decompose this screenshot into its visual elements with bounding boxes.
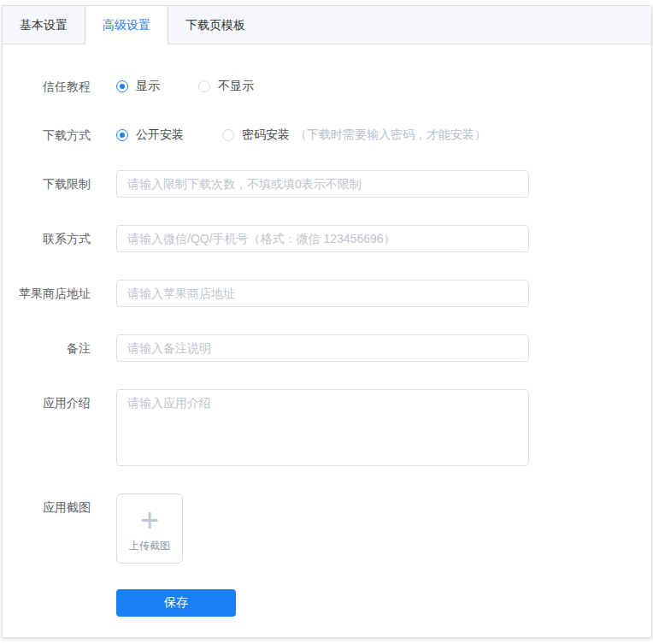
- tab-advanced-settings[interactable]: 高级设置: [85, 6, 168, 44]
- password-install-note: （下载时需要输入密码，才能安装）: [295, 127, 486, 143]
- form-item-app-screenshot: 应用截图 + 上传截图: [3, 493, 651, 564]
- radio-selected-icon: [116, 129, 128, 141]
- radio-public-install[interactable]: 公开安装: [116, 127, 184, 143]
- form-item-trust-tutorial: 信任教程 显示 不显示: [3, 73, 651, 100]
- appstore-url-label: 苹果商店地址: [3, 280, 91, 307]
- radio-show-label: 显示: [136, 79, 160, 94]
- radio-password-install-label: 密码安装: [242, 127, 290, 143]
- download-limit-label: 下载限制: [3, 170, 91, 198]
- contact-input[interactable]: [116, 225, 529, 252]
- upload-screenshot-text: 上传截图: [129, 539, 170, 553]
- trust-tutorial-label: 信任教程: [3, 73, 91, 100]
- download-method-label: 下载方式: [3, 121, 91, 149]
- form-item-download-limit: 下载限制: [3, 170, 651, 198]
- radio-password-install[interactable]: 密码安装: [222, 127, 290, 143]
- upload-screenshot-button[interactable]: + 上传截图: [116, 493, 183, 564]
- radio-public-install-label: 公开安装: [136, 127, 184, 143]
- tab-download-page-template[interactable]: 下载页模板: [168, 6, 262, 44]
- form-item-app-intro: 应用介绍: [3, 389, 651, 466]
- plus-icon: +: [140, 505, 159, 535]
- tab-bar: 基本设置 高级设置 下载页模板: [3, 6, 651, 44]
- form-item-download-method: 下载方式 公开安装 密码安装 （下载时需要输入密码，才能安装）: [3, 121, 651, 149]
- save-button[interactable]: 保存: [116, 589, 236, 617]
- form-item-appstore-url: 苹果商店地址: [3, 280, 651, 307]
- tab-basic-settings[interactable]: 基本设置: [3, 6, 85, 44]
- appstore-url-input[interactable]: [116, 280, 529, 307]
- remark-input[interactable]: [116, 334, 529, 362]
- app-intro-textarea[interactable]: [116, 389, 529, 466]
- form-item-contact: 联系方式: [3, 225, 651, 252]
- remark-label: 备注: [3, 334, 91, 362]
- tab-bar-filler: [262, 6, 651, 44]
- radio-hide[interactable]: 不显示: [198, 79, 254, 94]
- app-screenshot-label: 应用截图: [3, 493, 91, 564]
- radio-unselected-icon: [198, 80, 210, 92]
- app-intro-label: 应用介绍: [3, 389, 91, 466]
- form-item-remark: 备注: [3, 334, 651, 362]
- form-body: 信任教程 显示 不显示 下载方式 公开安装: [3, 44, 651, 617]
- contact-label: 联系方式: [3, 225, 91, 252]
- radio-show[interactable]: 显示: [116, 79, 160, 94]
- download-limit-input[interactable]: [116, 170, 529, 198]
- settings-card: 基本设置 高级设置 下载页模板 信任教程 显示 不显示 下载方式: [2, 5, 652, 638]
- radio-selected-icon: [116, 80, 128, 92]
- radio-hide-label: 不显示: [218, 79, 254, 94]
- radio-unselected-icon: [222, 129, 234, 141]
